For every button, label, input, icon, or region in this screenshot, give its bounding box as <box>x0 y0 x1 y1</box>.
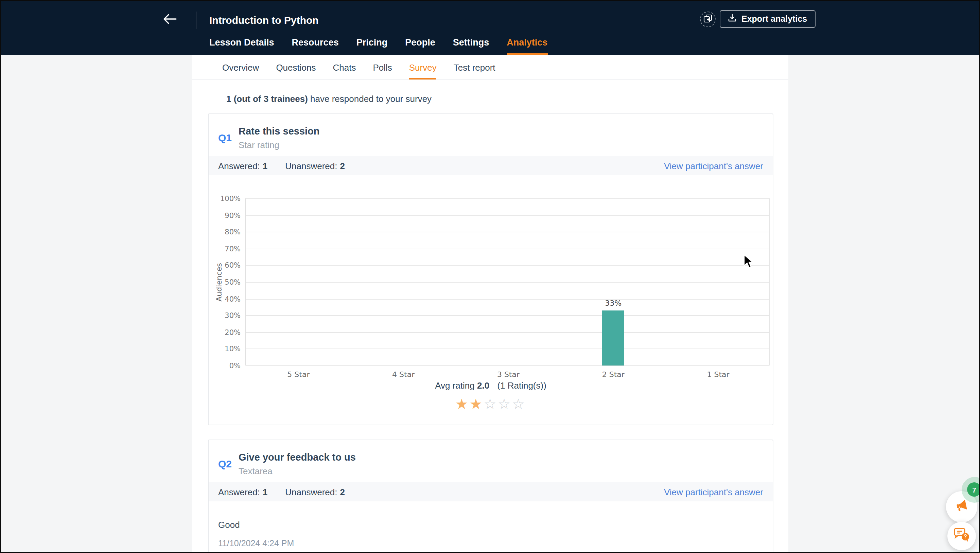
y-axis-tick: 10% <box>224 345 240 353</box>
nav-tab-pricing[interactable]: Pricing <box>356 37 388 55</box>
answer-timestamp: 11/10/2024 4:24 PM <box>218 539 763 548</box>
answered-stat: Answered:1 <box>218 160 267 171</box>
chart-plot-area: Audiences 0%10%20%30%40%50%60%70%80%90%1… <box>245 199 770 365</box>
chart-bar-2-star <box>603 310 624 365</box>
gridline <box>246 332 769 333</box>
answered-stats-bar: Answered:1 Unanswered:2 View participant… <box>208 482 773 501</box>
chart-y-axis-title: Audiences <box>213 199 224 365</box>
y-axis-tick: 40% <box>224 294 240 303</box>
gridline <box>246 265 769 266</box>
y-axis-tick: 100% <box>220 194 240 202</box>
gridline <box>246 282 769 283</box>
y-axis-tick: 0% <box>229 361 240 370</box>
star-empty-icon: ☆ <box>498 396 512 412</box>
question-number-badge: Q2 <box>218 458 232 469</box>
text-answer-block: Good 11/10/2024 4:24 PM <box>208 501 773 553</box>
chat-question-icon: ? <box>953 527 970 545</box>
svg-text:?: ? <box>963 534 967 539</box>
unanswered-stat: Unanswered:2 <box>285 487 345 497</box>
primary-nav: Lesson DetailsResourcesPricingPeopleSett… <box>209 37 547 55</box>
question-card-q1: Q1 Rate this session Star rating Answere… <box>208 113 773 425</box>
export-analytics-button[interactable]: Export analytics <box>720 10 815 28</box>
x-axis-label: 1 Star <box>666 370 771 379</box>
unanswered-stat: Unanswered:2 <box>285 160 345 171</box>
help-chat-fab[interactable]: ? <box>947 522 976 550</box>
question-header: Q1 Rate this session Star rating <box>208 114 773 156</box>
star-empty-icon: ☆ <box>484 396 498 412</box>
gridline <box>246 249 769 249</box>
star-filled-icon: ★ <box>469 396 484 412</box>
subtab-test-report[interactable]: Test report <box>453 55 495 79</box>
announcements-count-badge: 7 <box>967 482 980 497</box>
response-summary-count: 1 (out of 3 trainees) <box>226 94 308 104</box>
gridline <box>246 315 769 316</box>
x-axis-label: 5 Star <box>246 370 351 379</box>
question-type-label: Textarea <box>239 466 272 476</box>
answered-stat: Answered:1 <box>218 487 267 497</box>
question-card-q2: Q2 Give your feedback to us Textarea Ans… <box>208 440 773 553</box>
x-axis-label: 3 Star <box>456 370 561 379</box>
nav-tab-lesson-details[interactable]: Lesson Details <box>209 37 274 55</box>
app-window: Introduction to Python Export analytics … <box>0 0 980 553</box>
bar-value-label: 33% <box>561 299 666 308</box>
gridline <box>246 232 769 232</box>
question-type-label: Star rating <box>239 140 279 150</box>
subtab-overview[interactable]: Overview <box>222 55 259 79</box>
back-button[interactable] <box>162 13 179 27</box>
nav-tab-people[interactable]: People <box>405 37 435 55</box>
nav-tab-resources[interactable]: Resources <box>292 37 339 55</box>
gridline <box>246 215 769 216</box>
download-icon <box>728 14 737 24</box>
x-axis-label: 4 Star <box>351 370 456 379</box>
duplicate-button[interactable] <box>700 11 716 27</box>
rating-bar-chart: Audiences 0%10%20%30%40%50%60%70%80%90%1… <box>208 175 773 379</box>
view-participants-answer-link[interactable]: View participant's answer <box>664 487 763 497</box>
nav-tab-analytics[interactable]: Analytics <box>507 37 547 55</box>
response-summary: 1 (out of 3 trainees) have responded to … <box>226 94 788 104</box>
question-title: Rate this session <box>239 126 320 137</box>
y-axis-tick: 90% <box>224 211 240 219</box>
response-summary-text: have responded to your survey <box>310 94 431 104</box>
x-axis-label: 2 Star <box>561 370 666 379</box>
page-title: Introduction to Python <box>209 14 319 26</box>
question-title: Give your feedback to us <box>239 452 356 462</box>
content-panel: OverviewQuestionsChatsPollsSurveyTest re… <box>192 55 788 552</box>
title-divider <box>196 11 196 29</box>
nav-tab-settings[interactable]: Settings <box>453 37 489 55</box>
question-header: Q2 Give your feedback to us Textarea <box>208 440 773 482</box>
y-axis-tick: 70% <box>224 245 240 253</box>
gridline <box>246 199 769 199</box>
gridline <box>246 299 769 299</box>
subtab-questions[interactable]: Questions <box>276 55 316 79</box>
y-axis-tick: 80% <box>224 227 240 236</box>
export-analytics-label: Export analytics <box>741 14 807 24</box>
copy-plus-icon <box>703 13 712 25</box>
answer-text: Good <box>218 520 763 530</box>
subtab-chats[interactable]: Chats <box>332 55 356 79</box>
subtab-survey[interactable]: Survey <box>409 55 437 79</box>
star-empty-icon: ☆ <box>512 396 526 412</box>
y-axis-tick: 30% <box>224 311 240 319</box>
arrow-left-icon <box>162 16 177 27</box>
y-axis-tick: 60% <box>224 261 240 269</box>
subtab-polls[interactable]: Polls <box>373 55 392 79</box>
avg-rating-line: Avg rating 2.0 (1 Rating(s)) <box>208 380 773 391</box>
avg-rating-stars: ★★☆☆☆ <box>208 396 773 412</box>
survey-subnav: OverviewQuestionsChatsPollsSurveyTest re… <box>192 55 788 80</box>
answered-stats-bar: Answered:1 Unanswered:2 View participant… <box>208 156 773 175</box>
question-number-badge: Q1 <box>218 132 232 143</box>
view-participants-answer-link[interactable]: View participant's answer <box>664 160 763 171</box>
y-axis-tick: 20% <box>224 328 240 336</box>
gridline <box>246 365 769 366</box>
top-header: Introduction to Python Export analytics … <box>1 1 979 55</box>
y-axis-tick: 50% <box>224 278 240 286</box>
star-filled-icon: ★ <box>455 396 469 412</box>
gridline <box>246 349 769 350</box>
